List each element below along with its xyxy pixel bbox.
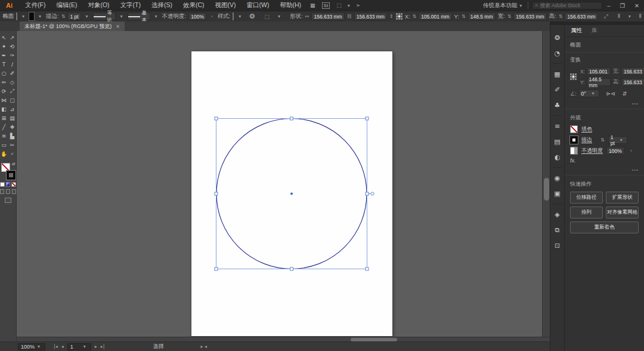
artboard-number-select[interactable]: 1 ▾ xyxy=(67,343,91,350)
recolor-button[interactable]: 重新着色 xyxy=(570,221,639,233)
chevron-down-icon[interactable]: ▾ xyxy=(348,3,350,8)
stroke-panel-icon[interactable]: ≡ xyxy=(550,118,564,134)
shape-height-value[interactable]: 156.633 mm xyxy=(354,13,387,20)
x-value[interactable]: 105.001 mm xyxy=(419,13,451,20)
handle-middle-left[interactable] xyxy=(215,192,218,195)
horizontal-scrollbar[interactable] xyxy=(17,337,550,341)
symbols-panel-icon[interactable]: ♣ xyxy=(550,97,564,113)
menu-type[interactable]: 文字(T) xyxy=(115,1,146,10)
stepper-icon[interactable]: ⇅ xyxy=(559,14,563,19)
stock-search-box[interactable]: ⌕ xyxy=(532,2,602,10)
zoom-level-select[interactable]: 100% ▾ xyxy=(18,343,45,350)
rotation-angle-select[interactable]: 0° ▾ xyxy=(579,90,599,97)
previous-artboard-icon[interactable]: ◂ xyxy=(61,344,64,349)
width-value[interactable]: 156.633 mm xyxy=(513,13,546,20)
chevron-down-icon[interactable]: ▾ xyxy=(239,14,241,19)
y-value[interactable]: 148.5 mm xyxy=(468,13,496,20)
swatches-panel-icon[interactable]: ▦ xyxy=(550,66,564,82)
fill-swatch[interactable] xyxy=(16,13,17,20)
magic-wand-tool[interactable]: ✦ xyxy=(0,42,8,51)
fill-label[interactable]: 填色 xyxy=(581,125,592,133)
draw-behind-button[interactable] xyxy=(6,189,10,194)
reference-point-grid[interactable] xyxy=(570,73,577,80)
gradient-panel-icon[interactable]: ▤ xyxy=(550,134,564,149)
next-artboard-icon[interactable]: ▸ xyxy=(95,344,97,349)
symbol-sprayer-tool[interactable]: ≋ xyxy=(0,131,8,140)
draw-normal-button[interactable] xyxy=(0,189,4,194)
selection-tool[interactable]: ↖ xyxy=(0,33,8,42)
arrange-documents-icon[interactable]: ⬚ xyxy=(333,2,345,8)
layers-panel-icon[interactable]: ◈ xyxy=(550,207,564,222)
height-value[interactable]: 156.633 mm xyxy=(565,13,597,20)
opacity-label[interactable]: 不透明度 xyxy=(581,147,603,155)
blend-tool[interactable]: ❖ xyxy=(8,122,17,131)
chevron-down-icon[interactable]: ▾ xyxy=(86,14,88,19)
column-graph-tool[interactable]: ▙ xyxy=(8,131,17,140)
transparency-panel-icon[interactable]: ◐ xyxy=(550,149,564,165)
style-swatch[interactable] xyxy=(233,13,234,20)
artboards-panel-icon[interactable]: ⊡ xyxy=(550,238,564,253)
tab-properties[interactable]: 属性 xyxy=(565,27,588,35)
stroke-color-swatch[interactable] xyxy=(7,171,16,180)
opacity-value[interactable]: 100% xyxy=(188,13,206,20)
brushes-panel-icon[interactable]: ✐ xyxy=(550,82,564,97)
transform-panel-icon[interactable]: ⫴ xyxy=(636,13,644,20)
stroke-label[interactable]: 描边 xyxy=(581,136,592,144)
swap-fill-stroke-icon[interactable]: ⇄ xyxy=(12,162,16,167)
vertical-scrollbar[interactable] xyxy=(542,31,550,337)
tab-libraries[interactable]: 库 xyxy=(588,27,601,35)
free-transform-tool[interactable]: ▢ xyxy=(8,96,17,104)
chevron-down-icon[interactable]: ▾ xyxy=(39,14,41,19)
menu-window[interactable]: 窗口(W) xyxy=(242,1,275,10)
y-field[interactable]: 148.5 mm xyxy=(587,78,611,86)
stroke-swatch[interactable] xyxy=(29,13,34,20)
flip-vertical-icon[interactable]: ⇵ xyxy=(623,91,627,97)
handle-top-center[interactable] xyxy=(290,117,293,120)
export-panel-icon[interactable]: ⧉ xyxy=(550,222,564,238)
gradient-tool[interactable]: ▤ xyxy=(8,113,17,122)
direct-selection-tool[interactable]: ↗ xyxy=(8,33,17,42)
arrow-button[interactable]: › xyxy=(630,148,632,153)
arrow-button[interactable]: › xyxy=(211,14,213,19)
chevron-down-icon[interactable]: ▾ xyxy=(278,14,280,19)
opacity-value[interactable]: 100% xyxy=(606,147,624,155)
more-options-icon[interactable]: ••• xyxy=(565,166,644,174)
screen-mode-button[interactable] xyxy=(5,198,11,203)
stepper-icon[interactable]: ⇅ xyxy=(462,14,466,19)
apps-grid-icon[interactable]: ▦ xyxy=(306,2,319,8)
rotate-tool[interactable]: ⟳ xyxy=(0,87,8,96)
handle-bottom-right[interactable] xyxy=(366,267,369,270)
lasso-tool[interactable]: ⟲ xyxy=(8,42,17,51)
handle-bottom-left[interactable] xyxy=(215,267,218,270)
stepper-icon[interactable]: ⇅ xyxy=(600,137,605,143)
adobe-stock-icon[interactable]: St xyxy=(322,2,330,9)
hand-tool[interactable]: ✋ xyxy=(0,149,8,158)
link-icon[interactable]: ⛓ xyxy=(347,14,352,19)
menu-select[interactable]: 选择(S) xyxy=(146,1,178,10)
tab-close-icon[interactable]: ✕ xyxy=(116,24,120,29)
menu-effect[interactable]: 效果(C) xyxy=(178,1,210,10)
document-tab[interactable]: 未标题-1* @ 100% (RGB/GPU 预览) ✕ xyxy=(20,21,125,31)
chevron-down-icon[interactable]: ▾ xyxy=(155,14,157,19)
stroke-weight-select[interactable]: 1 pt ▾ xyxy=(608,136,627,144)
minimize-button[interactable]: – xyxy=(602,2,615,9)
more-options-icon[interactable]: ••• xyxy=(565,100,644,107)
mesh-tool[interactable]: ⊞ xyxy=(0,113,8,122)
color-button[interactable] xyxy=(0,182,5,187)
menu-edit[interactable]: 编辑(E) xyxy=(51,1,82,10)
menu-view[interactable]: 视图(V) xyxy=(210,1,242,10)
stroke-weight-value[interactable]: 1 pt xyxy=(67,13,80,20)
chevron-down-icon[interactable]: ▾ xyxy=(628,14,631,19)
status-splitter-icon[interactable]: ▸ ◂ xyxy=(200,344,207,349)
pen-tool[interactable]: ✒ xyxy=(0,51,8,60)
stepper-icon[interactable]: ⇅ xyxy=(61,14,66,19)
align-shortcut-icon[interactable]: ⫴ xyxy=(614,13,624,20)
transform-shortcut-icon[interactable]: ⤢ xyxy=(600,13,612,20)
color-guide-panel-icon[interactable]: ◔ xyxy=(550,45,564,61)
search-input[interactable] xyxy=(540,2,594,8)
restore-button[interactable]: ❐ xyxy=(615,2,630,9)
handle-top-left[interactable] xyxy=(215,117,218,120)
expand-shape-button[interactable]: 扩展形状 xyxy=(606,192,639,204)
first-artboard-icon[interactable]: |◂ xyxy=(54,344,58,349)
width-profile-select[interactable]: 等比 xyxy=(93,13,116,20)
